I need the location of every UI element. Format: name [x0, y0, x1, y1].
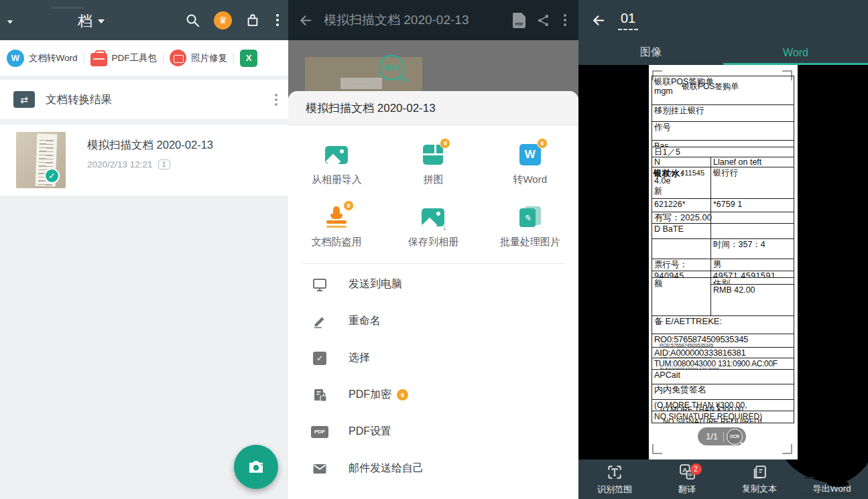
photo-repair-icon [170, 50, 186, 66]
redacted-logo-dash [51, 7, 84, 9]
divider [723, 432, 724, 441]
action-import-from-album[interactable]: 从相册导入 [288, 133, 385, 196]
cell-text: 时间：357：4 [711, 239, 794, 259]
tool-excel[interactable]: X [240, 50, 257, 67]
menu-pdf-encrypt[interactable]: PDF加密 ♛ [288, 376, 578, 413]
folder-conversion-results[interactable]: ⇄ 文档转换结果 [0, 80, 288, 119]
crown-glyph: ♛ [219, 15, 227, 25]
ocr-label: OCR [730, 434, 739, 439]
cell-text: 男 [711, 259, 794, 271]
tab-word[interactable]: Word [723, 40, 868, 65]
word-page: 银联POS签购单 银联POS签购单 mgm 移别挂止银行 作号 Bas 日1／5… [649, 65, 798, 459]
folder-title-dropdown[interactable]: 档 [78, 11, 105, 31]
crown-badge-icon: ♛ [343, 200, 354, 211]
action-label: 拼图 [423, 173, 443, 186]
checkbox-icon: ✓ [313, 352, 326, 365]
ocr-label: OCR [384, 64, 399, 72]
menu-send-to-pc[interactable]: 发送到电脑 [288, 266, 578, 303]
table-row: D BaTE [652, 223, 794, 238]
left-header-title: 档 [78, 11, 92, 31]
middle-overflow-menu-icon[interactable] [561, 11, 569, 29]
cell-text: Bas [654, 141, 669, 147]
cell-text: 票行号： [652, 259, 711, 271]
tool-pdf-kit[interactable]: PDF工具包 [90, 50, 158, 66]
toolbar-label: 识别范围 [597, 484, 632, 496]
cell-ghost-text: NO SIGNATURE REQUIRED) [663, 417, 762, 423]
toolbar-recognize-range[interactable]: 识别范围 [578, 459, 651, 499]
app-root: 档 ♛ W 文档转Word PDF工具包 照片修复 [0, 0, 868, 499]
table-row: 票行号： 男 [652, 259, 794, 271]
folder-swap-icon: ⇄ [13, 91, 35, 108]
tool-photo-repair[interactable]: 照片修复 [170, 50, 227, 66]
cell-text: 移别挂止银行 [654, 106, 704, 115]
menu-email-to-self[interactable]: 邮件发送给自己 [288, 450, 578, 487]
share-icon[interactable] [536, 13, 550, 27]
table-row: N Llanef on teft [652, 157, 794, 167]
cell-text: 备 E/AETTREKE: [654, 316, 722, 326]
crown-badge-icon: ♛ [440, 138, 450, 149]
panel-document-detail: 模拟扫描文档 2020-02-13 PDF ············ OCR 模… [288, 0, 578, 499]
panel-document-list: 档 ♛ W 文档转Word PDF工具包 照片修复 [0, 0, 288, 499]
overflow-menu-icon[interactable] [273, 11, 282, 29]
search-icon[interactable] [185, 13, 200, 28]
crop-mark [782, 444, 792, 454]
cell-text: *6759 1 [711, 199, 794, 212]
table-row: 备 E/AETTREKE: [652, 315, 794, 334]
crown-badge-icon: ♛ [397, 389, 408, 401]
tab-image[interactable]: 图像 [578, 40, 723, 65]
menu-set-tags[interactable]: 设置标签 [288, 487, 578, 499]
sheet-menu: 发送到电脑 重命名 ✓ 选择 PDF加密 ♛ PDF PDF设置 [288, 264, 578, 499]
menu-pdf-settings[interactable]: PDF PDF设置 [288, 413, 578, 450]
table-row: 621226* *6759 1 [652, 198, 794, 212]
camera-fab-button[interactable] [234, 445, 278, 489]
document-title: 模拟扫描文档 2020-02-13 [87, 138, 213, 153]
shopping-bag-icon[interactable] [245, 13, 260, 28]
action-anti-theft[interactable]: ♛ 文档防盗用 [288, 196, 385, 258]
cell-ghost-text: 银联POS签购单 [682, 82, 739, 92]
menu-label: 重命名 [349, 314, 381, 328]
notification-badge: 2 [690, 464, 702, 475]
menu-select[interactable]: ✓ 选择 [288, 340, 578, 376]
table-row: AID:A000000333816381 AID:A00000033381638… [652, 347, 794, 358]
tool-label: 照片修复 [191, 52, 227, 64]
ocr-table: 银联POS签购单 银联POS签购单 mgm 移别挂止银行 作号 Bas 日1／5… [652, 76, 794, 423]
table-row-clipped: Bas [652, 140, 794, 147]
tool-label: PDF工具包 [112, 52, 158, 64]
left-corner-caret-icon[interactable] [7, 21, 13, 24]
cell-text: RMB 42.00 [713, 285, 792, 295]
action-to-word[interactable]: W ♛ 转Word [482, 133, 578, 196]
pdf-lock-icon [312, 387, 328, 403]
chevron-down-icon [98, 19, 105, 23]
document-name-editable[interactable]: 01 [618, 11, 638, 30]
action-label: 从相册导入 [312, 173, 362, 186]
action-label: 文档防盗用 [312, 236, 362, 248]
ocr-zoom-icon[interactable]: OCR [727, 429, 743, 445]
toolbar-label: 翻译 [678, 484, 696, 496]
table-row: 内内免赁签名 [652, 384, 794, 399]
cell-text: 49571 4591591 [711, 271, 794, 277]
menu-label: 邮件发送给自己 [349, 461, 424, 476]
menu-rename[interactable]: 重命名 [288, 303, 578, 340]
action-batch-process[interactable]: ✎ 批量处理图片 [482, 196, 578, 258]
pdf-file-icon[interactable]: PDF [513, 13, 525, 28]
briefcase-icon [90, 53, 107, 66]
action-save-to-album[interactable]: ↓ 保存到相册 [385, 196, 481, 258]
artifact-dotted-line [798, 494, 856, 494]
toolbar-translate[interactable]: A 中 2 翻译 [651, 459, 723, 499]
tool-doc-to-word[interactable]: W 文档转Word [7, 50, 78, 67]
back-arrow-icon[interactable] [298, 13, 313, 28]
word-preview-area[interactable]: 银联POS签购单 银联POS签购单 mgm 移别挂止银行 作号 Bas 日1／5… [578, 65, 868, 459]
tab-label: Word [783, 47, 808, 59]
cell-text: 银行行 [711, 167, 794, 198]
menu-label: PDF加密 [349, 388, 391, 402]
menu-label: 选择 [349, 351, 370, 365]
premium-crown-icon[interactable]: ♛ [214, 11, 232, 29]
document-list-item[interactable]: ✓ 模拟扫描文档 2020-02-13 2020/2/13 12:21 1 [0, 125, 288, 196]
pdf-settings-icon: PDF [311, 426, 328, 438]
page-indicator-pill[interactable]: 1/1 OCR [698, 427, 746, 445]
folder-menu-icon[interactable] [272, 91, 280, 109]
cell-text: 有写：2025.00 [652, 212, 711, 223]
action-collage[interactable]: ♛ 拼图 [385, 133, 481, 196]
back-arrow-icon[interactable] [591, 13, 606, 28]
cell-text [652, 239, 711, 259]
